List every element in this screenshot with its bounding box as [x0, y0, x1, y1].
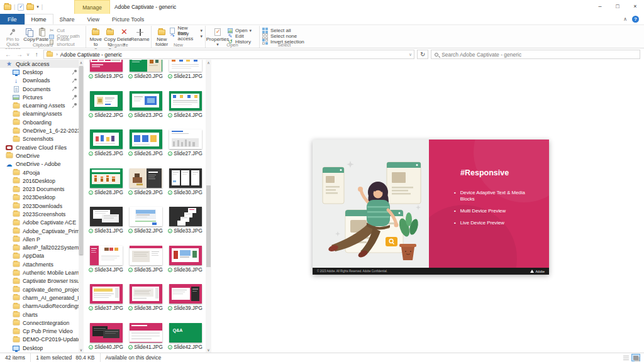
file-item[interactable]: ✓Slide41.JPG: [126, 323, 165, 353]
tab-view[interactable]: View: [81, 14, 106, 25]
select-none-button[interactable]: Select none: [262, 34, 304, 39]
file-thumbnail[interactable]: [169, 246, 202, 265]
scroll-up-icon[interactable]: ∧: [206, 60, 211, 65]
sidebar-item-desktop[interactable]: Desktop: [0, 344, 79, 352]
file-thumbnail[interactable]: [130, 129, 162, 149]
file-thumbnail[interactable]: [169, 129, 202, 149]
select-all-button[interactable]: Select all: [262, 28, 304, 33]
tab-file[interactable]: File: [0, 14, 25, 25]
help-icon[interactable]: ?: [632, 16, 639, 23]
properties-shortcut-icon[interactable]: [18, 4, 24, 11]
sidebar-scrollbar[interactable]: ∧ ∨: [79, 60, 84, 353]
tab-home[interactable]: Home: [25, 14, 53, 25]
forward-icon[interactable]: →: [15, 51, 24, 58]
pin-to-quick-access-button[interactable]: Pin to Quick access: [3, 27, 23, 52]
file-item[interactable]: ✓Slide26.JPG: [126, 129, 165, 168]
up-icon[interactable]: ↑: [32, 51, 41, 58]
sidebar-item-desktop[interactable]: Desktop: [0, 68, 79, 76]
sidebar-item-elearning-assets[interactable]: eLearning Assets: [0, 101, 79, 109]
file-item[interactable]: ✓Slide22.JPG: [86, 91, 126, 130]
details-view-button[interactable]: [621, 354, 630, 361]
sidebar-item-documents[interactable]: Documents: [0, 85, 79, 93]
file-thumbnail[interactable]: [90, 207, 123, 226]
file-thumbnail[interactable]: [130, 284, 162, 304]
file-item[interactable]: ✓Slide35.JPG: [126, 246, 165, 285]
file-item[interactable]: ✓Slide33.JPG: [165, 207, 205, 246]
file-item[interactable]: ✓Slide31.JPG: [86, 207, 126, 246]
sidebar-item-elearningassets[interactable]: elearningAssets: [0, 110, 79, 118]
sidebar-item-appdata[interactable]: AppData: [0, 252, 79, 260]
file-thumbnail[interactable]: [130, 207, 162, 226]
sidebar-section-onedrive[interactable]: OneDrive: [0, 151, 79, 160]
breadcrumb[interactable]: Adobe Captivate - generic: [60, 52, 122, 58]
sidebar-item-2023downloads[interactable]: 2023Downloads: [0, 202, 79, 210]
file-thumbnail[interactable]: [90, 91, 123, 111]
file-thumbnail[interactable]: [90, 284, 123, 304]
sidebar-item-2023-documents[interactable]: 2023 Documents: [0, 185, 79, 193]
new-folder-shortcut-icon[interactable]: [26, 4, 34, 10]
back-icon[interactable]: ←: [4, 51, 13, 58]
close-button[interactable]: ×: [626, 0, 644, 13]
file-thumbnail[interactable]: [169, 168, 202, 188]
file-thumbnail[interactable]: [169, 207, 202, 226]
open-button[interactable]: Open▾: [227, 28, 252, 33]
sidebar-item-onedrive-1-6-22-2023[interactable]: OneDrive_1_6-22-2023: [0, 126, 79, 134]
sidebar-item-2016desktop[interactable]: 2016Desktop: [0, 177, 79, 185]
sidebar-item-charm-ai-generated-images-fr[interactable]: charm_AI_generated_Images_fr: [0, 293, 79, 302]
collapse-ribbon-icon[interactable]: ∧: [623, 16, 627, 22]
file-thumbnail[interactable]: [90, 323, 123, 343]
sidebar-scrollbar-thumb[interactable]: [79, 66, 83, 255]
file-item[interactable]: ✓Slide20.JPG: [126, 60, 165, 91]
file-thumbnail[interactable]: [130, 60, 162, 72]
sidebar-item-charts[interactable]: charts: [0, 310, 79, 319]
move-to-button[interactable]: ← Move to▾: [89, 27, 103, 52]
file-thumbnail[interactable]: [90, 60, 123, 72]
edit-button[interactable]: ✎Edit: [227, 34, 252, 39]
rename-button[interactable]: Rename: [131, 27, 148, 42]
address-dropdown-icon[interactable]: ∨: [409, 52, 412, 57]
sidebar-item-4pooja[interactable]: 4Pooja: [0, 168, 79, 177]
file-thumbnail[interactable]: [130, 323, 162, 343]
file-item[interactable]: Q&A✓Slide42.JPG: [165, 323, 205, 353]
file-item[interactable]: ✓Slide37.JPG: [86, 284, 126, 323]
file-item[interactable]: ✓Slide40.JPG: [86, 323, 126, 353]
file-item[interactable]: ✓Slide27.JPG: [165, 129, 205, 168]
file-thumbnail[interactable]: Q&A: [169, 323, 202, 343]
scroll-down-icon[interactable]: ∨: [79, 348, 84, 352]
file-thumbnail[interactable]: [169, 60, 202, 72]
sidebar-item-authentic-mobile-learning[interactable]: Authentic Mobile Learning: [0, 268, 79, 277]
sidebar-item-pictures[interactable]: Pictures: [0, 93, 79, 101]
file-item[interactable]: ✓Slide30.JPG: [165, 168, 205, 207]
sidebar-item-charmaudiorecordingsformarl[interactable]: charmAudioRecordingsForMarl: [0, 302, 79, 310]
file-item[interactable]: ✓Slide24.JPG: [165, 91, 205, 130]
sidebar-item-attachments[interactable]: Attachments: [0, 260, 79, 268]
file-thumbnail[interactable]: [169, 284, 202, 304]
file-item[interactable]: ✓Slide28.JPG: [86, 168, 126, 207]
file-item[interactable]: ✓Slide38.JPG: [126, 284, 165, 323]
manage-contextual-header[interactable]: Manage: [74, 0, 110, 14]
sidebar-item-2023screenshots[interactable]: 2023Screenshots: [0, 210, 79, 218]
paste-button[interactable]: Paste: [36, 27, 48, 42]
scroll-down-icon[interactable]: ∨: [206, 348, 211, 352]
sidebar-section-onedrive-adobe[interactable]: ☁OneDrive - Adobe: [0, 160, 79, 168]
sidebar-item-downloads[interactable]: ↓Downloads: [0, 77, 79, 85]
file-item[interactable]: ✓Slide36.JPG: [165, 246, 205, 285]
sidebar-item-demo-cp2019-update2[interactable]: DEMO-CP2019-Update2: [0, 336, 79, 344]
sidebar-item-allen-p[interactable]: Allen P: [0, 235, 79, 243]
tab-picture-tools[interactable]: Picture Tools: [106, 14, 150, 25]
sidebar-item-allenp-fall2022systembackup[interactable]: allenP_fall2022SystemBackup: [0, 244, 79, 252]
sidebar-item-screenshots[interactable]: Screenshots: [0, 135, 79, 143]
search-input[interactable]: Search Adobe Captivate - generic: [431, 50, 640, 59]
copy-button[interactable]: Copy: [23, 27, 35, 42]
address-input[interactable]: › Adobe Captivate - generic ∨: [43, 50, 414, 59]
sidebar-item-onboarding[interactable]: Onboarding: [0, 118, 79, 126]
sidebar-section-creative-cloud-files[interactable]: Creative Cloud Files: [0, 143, 79, 151]
copy-to-button[interactable]: → Copy to▾: [103, 27, 116, 52]
recent-locations-icon[interactable]: ∨: [26, 52, 30, 57]
file-thumbnail[interactable]: [130, 91, 162, 111]
customize-qat-caret-icon[interactable]: ▾: [36, 4, 39, 9]
sidebar-section-quick-access[interactable]: ★Quick access: [0, 60, 79, 68]
tab-share[interactable]: Share: [53, 14, 81, 25]
file-thumbnail[interactable]: [90, 129, 123, 149]
easy-access-button[interactable]: ↷Easy access▾: [169, 34, 203, 39]
